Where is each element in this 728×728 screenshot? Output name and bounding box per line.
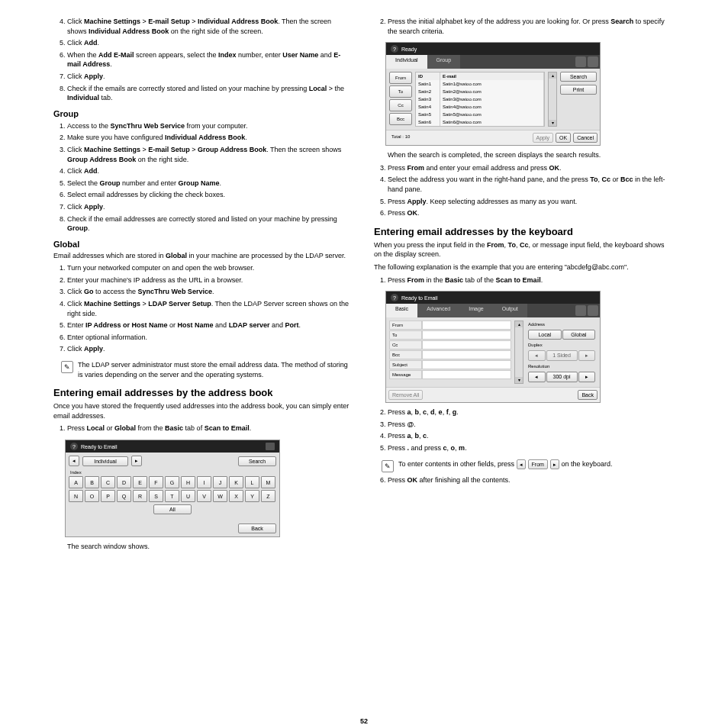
all-button[interactable]: All xyxy=(153,504,192,514)
home-icon[interactable] xyxy=(266,443,275,450)
arrow-left-button[interactable]: ◂ xyxy=(69,456,79,466)
tab-advanced[interactable]: Advanced xyxy=(417,304,459,317)
global-button[interactable]: Global xyxy=(562,330,596,340)
individual-button[interactable]: Individual xyxy=(82,456,128,466)
apply-button[interactable]: Apply xyxy=(533,133,554,143)
bcc-button[interactable]: Bcc xyxy=(389,113,412,125)
note-ldap: ✎ The LDAP server administrator must sto… xyxy=(61,360,351,379)
table-row[interactable]: Satin4Satin4@satoo.com xyxy=(416,103,544,111)
scrollbar[interactable]: ▴▾ xyxy=(514,321,523,384)
help-icon[interactable]: ? xyxy=(391,45,398,53)
tab-group[interactable]: Group xyxy=(427,55,460,69)
help-icon[interactable]: ? xyxy=(391,294,398,301)
after-panel: When the search is completed, the screen… xyxy=(388,150,672,160)
key-m[interactable]: M xyxy=(261,476,275,488)
key-z[interactable]: Z xyxy=(261,490,275,502)
gl3: Click Go to access the SyncThru Web Serv… xyxy=(67,287,351,297)
tab-strip: Individual Group xyxy=(386,55,600,69)
key-i[interactable]: I xyxy=(197,476,211,488)
resolution-label: Resolution xyxy=(528,364,595,369)
toolbar-icon[interactable] xyxy=(588,305,598,316)
table-row[interactable]: Satin3Satin3@satoo.com xyxy=(416,95,544,103)
key-r[interactable]: R xyxy=(133,490,147,502)
resolution-value: 300 dpi xyxy=(546,372,578,382)
tab-output[interactable]: Output xyxy=(493,304,527,317)
note-icon: ✎ xyxy=(61,361,73,373)
arrow-right-button[interactable]: ▸ xyxy=(550,459,559,470)
key-h[interactable]: H xyxy=(181,476,195,488)
kb3: Press @. xyxy=(388,420,672,430)
g3: Click Machine Settings > E-mail Setup > … xyxy=(67,145,351,164)
table-row[interactable]: Satin5Satin5@satoo.com xyxy=(416,111,544,118)
r-s5: Press Apply. Keep selecting addresses as… xyxy=(388,197,672,207)
arrow-left-button[interactable]: ◂ xyxy=(517,459,526,470)
search-button[interactable]: Search xyxy=(238,456,276,466)
cc-button[interactable]: Cc xyxy=(389,99,412,111)
li-5: Click Add. xyxy=(67,38,351,48)
message-field[interactable]: Message xyxy=(389,370,422,379)
bcc-field[interactable]: Bcc xyxy=(389,350,422,359)
from-button[interactable]: From xyxy=(389,72,412,84)
arrow-right-button[interactable]: ▸ xyxy=(131,456,142,466)
help-icon[interactable]: ? xyxy=(70,443,78,450)
key-j[interactable]: J xyxy=(213,476,227,488)
cc-field[interactable]: Cc xyxy=(389,340,422,350)
key-t[interactable]: T xyxy=(165,490,179,502)
subject-field[interactable]: Subject xyxy=(389,360,422,369)
key-d[interactable]: D xyxy=(117,476,131,488)
from-nav-button[interactable]: From xyxy=(528,459,548,470)
tab-basic[interactable]: Basic xyxy=(386,304,417,317)
kb5: Press . and press c, o, m. xyxy=(388,443,672,453)
key-s[interactable]: S xyxy=(149,490,163,502)
key-k[interactable]: K xyxy=(229,476,243,488)
panel-title: Ready to Email xyxy=(401,295,437,301)
tab-individual[interactable]: Individual xyxy=(386,55,427,69)
total-label: Total : 10 xyxy=(388,133,530,143)
toolbar-icon[interactable] xyxy=(575,305,586,316)
toolbar-icon[interactable] xyxy=(575,56,586,67)
key-x[interactable]: X xyxy=(229,490,243,502)
panel-ready-email: ? Ready to Email Basic Advanced Image Ou… xyxy=(385,291,601,403)
table-row[interactable]: Satin1Satin1@satoo.com xyxy=(416,80,544,88)
key-w[interactable]: W xyxy=(213,490,227,502)
kb4: Press a, b, c. xyxy=(388,431,672,441)
key-l[interactable]: L xyxy=(245,476,259,488)
key-c[interactable]: C xyxy=(101,476,115,488)
key-f[interactable]: F xyxy=(149,476,163,488)
print-button[interactable]: Print xyxy=(560,85,597,95)
cancel-button[interactable]: Cancel xyxy=(573,133,598,143)
note-icon: ✎ xyxy=(382,460,394,472)
key-y[interactable]: Y xyxy=(245,490,259,502)
key-b[interactable]: B xyxy=(85,476,99,488)
key-e[interactable]: E xyxy=(133,476,147,488)
to-button[interactable]: To xyxy=(389,85,412,98)
index-label: Index xyxy=(70,470,276,475)
key-v[interactable]: V xyxy=(197,490,211,502)
contact-grid[interactable]: IDE-mail Satin1Satin1@satoo.comSatin2Sat… xyxy=(415,72,545,127)
ok-button[interactable]: OK xyxy=(556,133,571,143)
gl6: Enter optional information. xyxy=(67,333,351,343)
to-field[interactable]: To xyxy=(389,330,422,340)
remove-all-button[interactable]: Remove All xyxy=(388,390,423,400)
scrollbar[interactable]: ▴▾ xyxy=(548,72,557,127)
tab-image[interactable]: Image xyxy=(459,304,492,317)
back-button[interactable]: Back xyxy=(238,523,276,533)
search-button[interactable]: Search xyxy=(560,72,597,82)
key-u[interactable]: U xyxy=(181,490,195,502)
panel-search-window: ? Ready to Email ◂ Individual ▸ Search I… xyxy=(65,440,280,537)
key-a[interactable]: A xyxy=(69,476,83,488)
local-button[interactable]: Local xyxy=(528,330,562,340)
table-row[interactable]: Satin2Satin2@satoo.com xyxy=(416,88,544,95)
table-row[interactable]: Satin6Satin6@satoo.com xyxy=(416,118,544,126)
r-s3: Press From and enter your email address … xyxy=(388,163,672,173)
from-field[interactable]: From xyxy=(389,321,422,330)
key-n[interactable]: N xyxy=(69,490,83,502)
key-p[interactable]: P xyxy=(101,490,115,502)
back-button[interactable]: Back xyxy=(578,390,598,400)
toolbar-icon[interactable] xyxy=(588,56,598,67)
duplex-label: Duplex xyxy=(528,343,595,347)
key-o[interactable]: O xyxy=(85,490,99,502)
ab-intro: Once you have stored the frequently used… xyxy=(53,401,351,420)
key-g[interactable]: G xyxy=(165,476,179,488)
key-q[interactable]: Q xyxy=(117,490,131,502)
